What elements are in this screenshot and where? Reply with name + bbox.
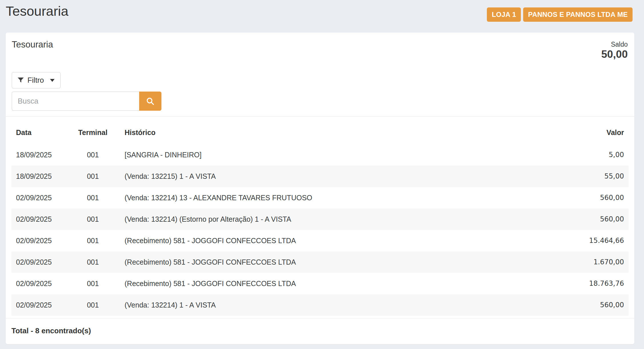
cell-terminal: 001	[66, 209, 120, 230]
cell-historico: (Venda: 132214) 13 - ALEXANDRE TAVARES F…	[120, 187, 549, 209]
cell-valor: 560,00	[549, 294, 629, 316]
topbar-buttons: LOJA 1 PANNOS E PANNOS LTDA ME	[487, 7, 633, 22]
table-footer: Total - 8 encontrado(s)	[6, 318, 634, 344]
cell-data: 02/09/2025	[11, 251, 66, 273]
store-button[interactable]: LOJA 1	[487, 7, 521, 22]
top-bar: Tesouraria LOJA 1 PANNOS E PANNOS LTDA M…	[0, 0, 644, 22]
cell-terminal: 001	[66, 294, 120, 316]
chevron-down-icon	[50, 79, 55, 82]
saldo-label: Saldo	[601, 41, 628, 48]
search-icon	[146, 97, 155, 106]
table-row: 02/09/2025 001 (Recebimento) 581 - JOGGO…	[11, 230, 629, 251]
tesouraria-card: Tesouraria Saldo 50,00 Filtro	[6, 33, 634, 344]
table-row: 18/09/2025 001 (Venda: 132215) 1 - A VIS…	[11, 166, 629, 187]
cell-data: 02/09/2025	[11, 187, 66, 209]
column-header-historico: Histórico	[120, 117, 549, 144]
saldo-block: Saldo 50,00	[601, 41, 628, 61]
table-row: 02/09/2025 001 (Venda: 132214) (Estorno …	[11, 209, 629, 230]
column-header-data: Data	[11, 117, 66, 144]
cell-historico: (Venda: 132214) (Estorno por Alteração) …	[120, 209, 549, 230]
cell-historico: (Recebimento) 581 - JOGGOFI CONFECCOES L…	[120, 251, 549, 273]
page-title: Tesouraria	[6, 3, 68, 19]
cell-historico: [SANGRIA - DINHEIRO]	[120, 144, 549, 166]
movements-table: Data Terminal Histórico Valor 18/09/2025…	[11, 117, 629, 316]
table-header-row: Data Terminal Histórico Valor	[11, 117, 629, 144]
cell-valor: 560,00	[549, 209, 629, 230]
cell-data: 02/09/2025	[11, 230, 66, 251]
cell-data: 02/09/2025	[11, 209, 66, 230]
cell-valor: 15.464,66	[549, 230, 629, 251]
cell-historico: (Venda: 132215) 1 - A VISTA	[120, 166, 549, 187]
cell-terminal: 001	[66, 166, 120, 187]
table-row: 02/09/2025 001 (Venda: 132214) 1 - A VIS…	[11, 294, 629, 316]
total-count: Total - 8 encontrado(s)	[11, 326, 91, 335]
table-section: Data Terminal Histórico Valor 18/09/2025…	[6, 116, 634, 316]
cell-historico: (Venda: 132214) 1 - A VISTA	[120, 294, 549, 316]
search-group	[12, 92, 161, 111]
column-header-terminal: Terminal	[66, 117, 120, 144]
table-row: 02/09/2025 001 (Venda: 132214) 13 - ALEX…	[11, 187, 629, 209]
cell-valor: 18.763,76	[549, 273, 629, 294]
table-row: 02/09/2025 001 (Recebimento) 581 - JOGGO…	[11, 251, 629, 273]
cell-valor: 5,00	[549, 144, 629, 166]
company-button[interactable]: PANNOS E PANNOS LTDA ME	[523, 7, 633, 22]
column-header-valor: Valor	[549, 117, 629, 144]
cell-historico: (Recebimento) 581 - JOGGOFI CONFECCOES L…	[120, 230, 549, 251]
cell-terminal: 001	[66, 251, 120, 273]
cell-data: 02/09/2025	[11, 294, 66, 316]
filter-button[interactable]: Filtro	[12, 72, 61, 88]
cell-data: 18/09/2025	[11, 144, 66, 166]
filter-button-label: Filtro	[27, 76, 44, 85]
cell-historico: (Recebimento) 581 - JOGGOFI CONFECCOES L…	[120, 273, 549, 294]
cell-terminal: 001	[66, 230, 120, 251]
search-button[interactable]	[139, 92, 161, 111]
saldo-value: 50,00	[601, 48, 628, 61]
cell-valor: 560,00	[549, 187, 629, 209]
search-input[interactable]	[12, 92, 139, 111]
cell-terminal: 001	[66, 273, 120, 294]
card-header-section: Tesouraria Saldo 50,00 Filtro	[6, 33, 634, 116]
cell-terminal: 001	[66, 187, 120, 209]
filter-icon	[18, 78, 24, 83]
cell-data: 02/09/2025	[11, 273, 66, 294]
cell-valor: 1.670,00	[549, 251, 629, 273]
cell-valor: 55,00	[549, 166, 629, 187]
table-row: 02/09/2025 001 (Recebimento) 581 - JOGGO…	[11, 273, 629, 294]
table-row: 18/09/2025 001 [SANGRIA - DINHEIRO] 5,00	[11, 144, 629, 166]
cell-data: 18/09/2025	[11, 166, 66, 187]
cell-terminal: 001	[66, 144, 120, 166]
card-title: Tesouraria	[12, 39, 628, 50]
